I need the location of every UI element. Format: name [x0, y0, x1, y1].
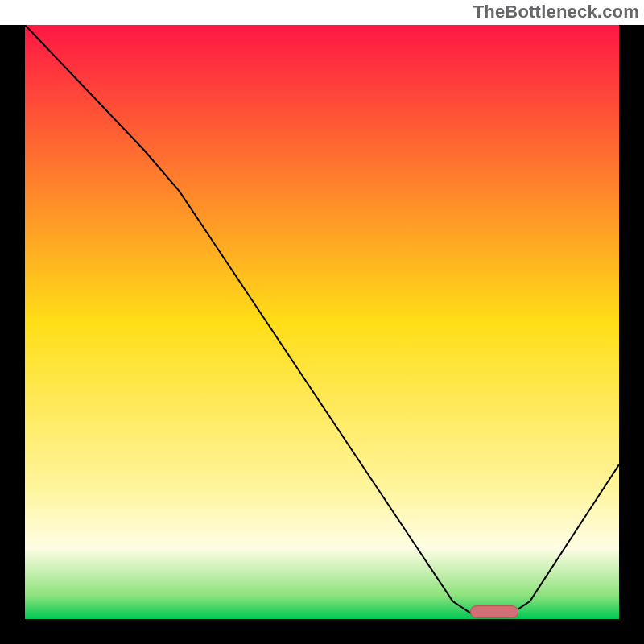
optimal-range-marker: [471, 606, 518, 618]
chart-container: TheBottleneck.com: [0, 0, 644, 644]
x-axis: [0, 619, 644, 644]
bottleneck-chart: [0, 0, 644, 644]
plot-gradient-background: [25, 25, 619, 619]
watermark-text: TheBottleneck.com: [473, 2, 639, 23]
right-frame: [619, 25, 644, 644]
y-axis: [0, 25, 25, 644]
